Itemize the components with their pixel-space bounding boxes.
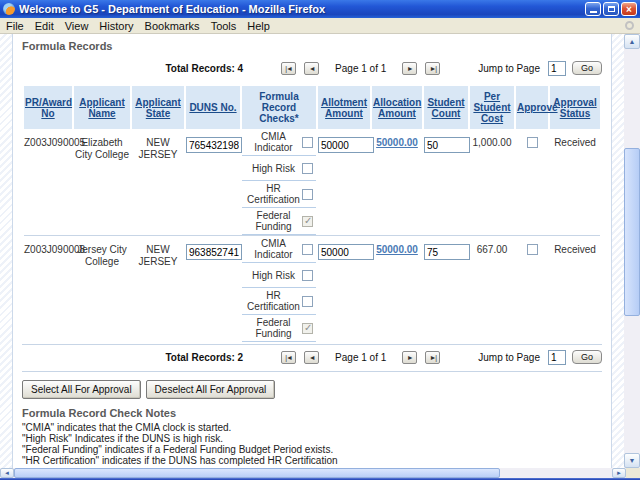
allocation-amount-link[interactable]: 50000.00 bbox=[376, 137, 418, 148]
check-row: Federal Funding bbox=[242, 208, 316, 235]
check-label: HR Certification bbox=[245, 183, 302, 205]
allocation-amount-link[interactable]: 50000.00 bbox=[376, 244, 418, 255]
check-row: HR Certification bbox=[242, 288, 316, 315]
col-applicant-name[interactable]: Applicant Name bbox=[74, 86, 130, 129]
vertical-scroll-thumb[interactable] bbox=[624, 148, 640, 316]
scroll-up-button[interactable]: ▲ bbox=[624, 34, 640, 49]
col-duns-no[interactable]: DUNS No. bbox=[186, 86, 240, 129]
col-student-count[interactable]: Student Count bbox=[424, 86, 468, 129]
menu-bookmarks[interactable]: Bookmarks bbox=[145, 20, 200, 32]
minimize-button[interactable] bbox=[585, 2, 601, 16]
jump-to-page-label: Jump to Page bbox=[478, 352, 540, 363]
high-risk-checkbox[interactable] bbox=[302, 163, 313, 174]
high-risk-checkbox[interactable] bbox=[302, 270, 313, 281]
student-count-input[interactable] bbox=[424, 137, 470, 153]
approve-checkbox[interactable] bbox=[527, 244, 538, 255]
next-page-icon: ► bbox=[407, 65, 413, 72]
jump-to-page-label: Jump to Page bbox=[478, 63, 540, 74]
note-line: "High Risk" Indicates if the DUNS is hig… bbox=[22, 434, 602, 444]
scroll-left-button[interactable]: ◄ bbox=[0, 468, 14, 478]
duns-input[interactable] bbox=[186, 244, 242, 260]
student-count-input[interactable] bbox=[424, 244, 470, 260]
col-allotment-amount[interactable]: Allotment Amount bbox=[318, 86, 370, 129]
federal-funding-checkbox[interactable] bbox=[302, 323, 313, 334]
check-row: High Risk bbox=[242, 156, 316, 181]
hr-certification-checkbox[interactable] bbox=[302, 296, 313, 307]
menu-file[interactable]: File bbox=[6, 20, 24, 32]
first-page-button[interactable]: |◄ bbox=[281, 62, 296, 75]
restore-button[interactable] bbox=[603, 2, 619, 16]
federal-funding-checkbox[interactable] bbox=[302, 216, 313, 227]
per-student-cost-value: 667.00 bbox=[470, 236, 514, 342]
go-button[interactable]: Go bbox=[572, 350, 602, 364]
menu-help[interactable]: Help bbox=[247, 20, 270, 32]
page-content: Formula Records Total Records: 4 |◄ ◄ Pa… bbox=[12, 34, 612, 468]
notes-block: "CMIA" indicates that the CMIA clock is … bbox=[22, 423, 602, 466]
vertical-scrollbar[interactable]: ▲ ▼ bbox=[624, 34, 640, 468]
close-button[interactable]: × bbox=[621, 2, 637, 16]
col-per-student-cost[interactable]: Per Student Cost bbox=[470, 86, 514, 129]
col-applicant-state[interactable]: Applicant State bbox=[132, 86, 184, 129]
last-page-button[interactable]: ►| bbox=[425, 351, 440, 364]
approval-status-value: Received bbox=[550, 129, 600, 235]
last-page-icon: ►| bbox=[429, 65, 436, 72]
col-formula-record-checks: Formula Record Checks* bbox=[242, 86, 316, 129]
prev-page-button[interactable]: ◄ bbox=[304, 62, 319, 75]
menu-edit[interactable]: Edit bbox=[35, 20, 54, 32]
total-records-label: Total Records: 2 bbox=[166, 352, 244, 363]
pr-award-value: Z003J090008 bbox=[24, 236, 72, 342]
minimize-icon bbox=[590, 11, 597, 13]
next-page-button[interactable]: ► bbox=[402, 351, 417, 364]
col-approve[interactable]: Approve bbox=[516, 86, 548, 129]
check-row: CMIA Indicator bbox=[242, 236, 316, 263]
approve-checkbox[interactable] bbox=[527, 137, 538, 148]
window-title: Welcome to G5 - Department of Education … bbox=[19, 3, 585, 15]
cmia-checkbox[interactable] bbox=[302, 244, 313, 255]
hr-certification-checkbox[interactable] bbox=[302, 189, 313, 200]
applicant-state-value: NEW JERSEY bbox=[132, 236, 184, 342]
table-header-row: PR/Award No Applicant Name Applicant Sta… bbox=[24, 86, 600, 129]
next-page-button[interactable]: ► bbox=[402, 62, 417, 75]
notes-heading: Formula Record Check Notes bbox=[22, 407, 602, 419]
pr-award-value: Z003J090005 bbox=[24, 129, 72, 235]
first-page-button[interactable]: |◄ bbox=[281, 351, 296, 364]
deselect-all-for-approval-button[interactable]: Deselect All For Approval bbox=[146, 380, 276, 399]
select-all-for-approval-button[interactable]: Select All For Approval bbox=[22, 380, 141, 399]
throbber-icon bbox=[625, 21, 634, 30]
col-allocation-amount[interactable]: Allocation Amount bbox=[372, 86, 422, 129]
prev-page-button[interactable]: ◄ bbox=[304, 351, 319, 364]
browser-window: Welcome to G5 - Department of Education … bbox=[0, 0, 640, 480]
horizontal-scroll-thumb[interactable] bbox=[14, 468, 500, 478]
prev-page-icon: ◄ bbox=[309, 65, 315, 72]
check-label: Federal Funding bbox=[245, 210, 302, 232]
scroll-down-button[interactable]: ▼ bbox=[624, 453, 640, 468]
col-pr-award[interactable]: PR/Award No bbox=[24, 86, 72, 129]
approval-actions: Select All For Approval Deselect All For… bbox=[22, 380, 602, 399]
menu-history[interactable]: History bbox=[99, 20, 133, 32]
go-button[interactable]: Go bbox=[572, 61, 602, 75]
applicant-state-value: NEW JERSEY bbox=[132, 129, 184, 235]
allotment-amount-input[interactable] bbox=[318, 137, 374, 153]
jump-to-page-input[interactable] bbox=[548, 350, 566, 365]
approval-status-value: Received bbox=[550, 236, 600, 342]
top-pagination: Total Records: 4 |◄ ◄ Page 1 of 1 ► ►| J… bbox=[22, 58, 602, 78]
first-page-icon: |◄ bbox=[285, 65, 292, 72]
check-label: CMIA Indicator bbox=[245, 238, 302, 260]
page-indicator: Page 1 of 1 bbox=[335, 352, 386, 363]
check-label: High Risk bbox=[245, 270, 302, 281]
check-label: High Risk bbox=[245, 163, 302, 174]
next-page-icon: ► bbox=[407, 354, 413, 361]
horizontal-scrollbar[interactable]: ◄ ► bbox=[0, 468, 640, 478]
last-page-button[interactable]: ►| bbox=[425, 62, 440, 75]
jump-to-page-input[interactable] bbox=[548, 61, 566, 76]
first-page-icon: |◄ bbox=[285, 354, 292, 361]
cmia-checkbox[interactable] bbox=[302, 137, 313, 148]
duns-input[interactable] bbox=[186, 137, 242, 153]
allotment-amount-input[interactable] bbox=[318, 244, 374, 260]
check-label: CMIA Indicator bbox=[245, 131, 302, 153]
scrollbar-corner bbox=[626, 468, 640, 478]
menu-view[interactable]: View bbox=[65, 20, 89, 32]
scroll-right-button[interactable]: ► bbox=[612, 468, 626, 478]
check-row: CMIA Indicator bbox=[242, 129, 316, 156]
menu-tools[interactable]: Tools bbox=[211, 20, 237, 32]
